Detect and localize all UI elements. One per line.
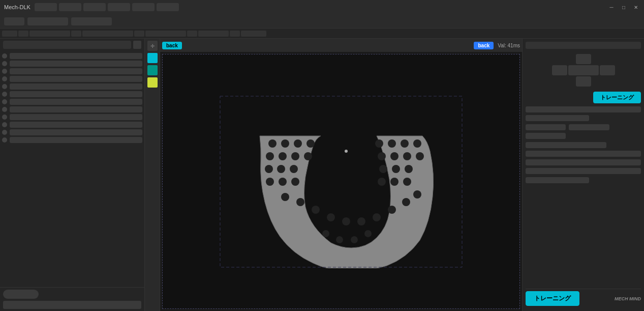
right-bar-small xyxy=(526,124,566,130)
nav-down-button[interactable] xyxy=(576,76,591,87)
nav-right-button[interactable] xyxy=(600,65,615,75)
list-dot xyxy=(2,122,7,127)
footer-button[interactable] xyxy=(3,290,39,299)
left-panel-footer xyxy=(0,287,144,311)
svg-point-35 xyxy=(373,213,381,221)
list-item[interactable] xyxy=(2,99,142,105)
list-label xyxy=(10,129,142,135)
nav-up-button[interactable] xyxy=(576,54,591,64)
list-item[interactable] xyxy=(2,137,142,143)
svg-point-12 xyxy=(304,152,312,160)
search-bar[interactable] xyxy=(3,41,131,49)
training-button-bottom[interactable]: トレーニング xyxy=(526,291,579,306)
svg-point-5 xyxy=(375,139,383,148)
breadcrumb-sep3 xyxy=(134,31,144,37)
nav-left-button[interactable] xyxy=(552,65,567,75)
list-item[interactable] xyxy=(2,91,142,97)
toolbar-item-3[interactable] xyxy=(71,17,112,25)
list-item[interactable] xyxy=(2,76,142,82)
right-bar-row2 xyxy=(526,133,641,139)
breadcrumb-1 xyxy=(2,31,17,37)
svg-point-16 xyxy=(416,152,424,160)
breadcrumb-sep xyxy=(18,31,28,37)
color-icon-cyan[interactable] xyxy=(147,53,158,63)
list-dot xyxy=(2,107,7,112)
svg-point-29 xyxy=(281,193,289,201)
maximize-button[interactable]: □ xyxy=(620,3,628,11)
back-button-2[interactable]: back xyxy=(474,42,494,49)
part-image xyxy=(219,95,463,268)
right-bottom-bar: トレーニング MECH MIND xyxy=(526,289,641,308)
right-bar-full3 xyxy=(526,168,641,174)
breadcrumb-5 xyxy=(198,31,229,37)
right-bar-row xyxy=(526,124,641,130)
title-tab-3[interactable] xyxy=(83,3,106,11)
list-dot xyxy=(2,137,7,143)
close-button[interactable]: ✕ xyxy=(632,3,640,11)
svg-point-26 xyxy=(378,178,386,186)
svg-point-4 xyxy=(306,139,315,148)
training-button-top[interactable]: トレーニング xyxy=(593,92,641,103)
right-bar-full2 xyxy=(526,159,641,165)
center-sidebar: ✛ xyxy=(145,39,160,311)
list-label xyxy=(10,114,142,120)
svg-point-8 xyxy=(413,139,421,148)
svg-point-37 xyxy=(402,198,410,206)
right-section-2 xyxy=(526,124,641,139)
color-icon-teal[interactable] xyxy=(147,65,158,75)
list-label xyxy=(10,91,142,97)
list-item[interactable] xyxy=(2,106,142,112)
title-tabs xyxy=(35,3,179,11)
minimize-button[interactable]: ─ xyxy=(607,3,616,11)
list-item[interactable] xyxy=(2,114,142,120)
list-item[interactable] xyxy=(2,53,142,59)
move-icon[interactable]: ✛ xyxy=(147,41,158,51)
left-panel xyxy=(0,39,145,311)
list-label xyxy=(10,61,142,67)
svg-point-18 xyxy=(277,165,285,173)
right-bar-small3 xyxy=(526,133,566,139)
list-item[interactable] xyxy=(2,61,142,67)
title-tab-4[interactable] xyxy=(108,3,130,11)
breadcrumb-6 xyxy=(241,31,266,37)
list-item[interactable] xyxy=(2,83,142,90)
breadcrumb-4 xyxy=(145,31,186,37)
svg-point-41 xyxy=(351,236,358,243)
back-badge-1[interactable]: back xyxy=(162,42,182,49)
breadcrumb-sep5 xyxy=(230,31,240,37)
list-label xyxy=(10,68,142,74)
cross-row-top xyxy=(576,54,591,64)
svg-point-38 xyxy=(413,190,421,199)
center-panel: back back Val: 41ms xyxy=(160,39,522,311)
toolbar-item-1[interactable] xyxy=(4,17,24,25)
title-tab-5[interactable] xyxy=(132,3,155,11)
nav-cross xyxy=(552,54,615,87)
list-item[interactable] xyxy=(2,68,142,74)
color-icon-yellow[interactable] xyxy=(147,77,158,88)
list-label xyxy=(10,53,142,59)
list-item[interactable] xyxy=(2,129,142,135)
right-section-4 xyxy=(526,177,641,183)
title-tab-6[interactable] xyxy=(157,3,179,11)
title-tab-1[interactable] xyxy=(35,3,57,11)
svg-point-9 xyxy=(266,152,274,160)
breadcrumb-2 xyxy=(29,31,70,37)
list-dot xyxy=(2,61,7,66)
svg-point-43 xyxy=(345,150,348,153)
title-bar-left: Mech-DLK xyxy=(4,3,179,11)
cross-row-bot xyxy=(576,76,591,87)
svg-point-34 xyxy=(357,217,365,225)
back-badge-2[interactable]: back xyxy=(474,42,494,49)
title-bar: Mech-DLK ─ □ ✕ xyxy=(0,0,644,14)
toolbar-item-2[interactable] xyxy=(27,17,68,25)
list-dot xyxy=(2,69,7,74)
breadcrumb-sep2 xyxy=(71,31,81,37)
panel-icon[interactable] xyxy=(133,41,141,49)
app-title: Mech-DLK xyxy=(4,4,30,10)
title-tab-2[interactable] xyxy=(59,3,81,11)
right-top-bar xyxy=(526,42,641,49)
nav-center-button[interactable] xyxy=(568,65,599,75)
main-layout: ✛ back back Val: 41ms xyxy=(0,39,644,311)
list-item[interactable] xyxy=(2,122,142,128)
back-button-1[interactable]: back xyxy=(162,42,182,49)
